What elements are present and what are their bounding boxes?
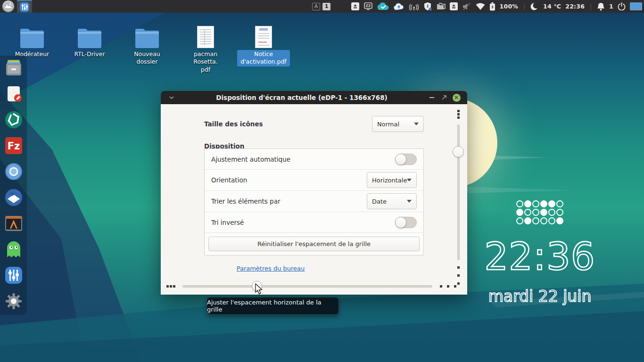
svg-text:Fz: Fz xyxy=(7,140,20,152)
clock-dot xyxy=(532,217,539,224)
dock-chromium[interactable] xyxy=(5,163,23,181)
v-spacing-small-icon xyxy=(457,113,460,115)
pdf-file-icon xyxy=(197,24,214,48)
workspace-indicator[interactable]: 1 xyxy=(322,3,330,10)
close-button[interactable]: ✕ xyxy=(450,94,462,102)
distro-logo-icon xyxy=(3,1,13,11)
reset-grid-spacing-button[interactable]: Réinitialiser l'espacement de la grille xyxy=(208,237,420,251)
eject-drive-icon[interactable] xyxy=(450,2,458,10)
wifi-icon[interactable] xyxy=(476,3,485,10)
h-spacing-small-icon xyxy=(166,285,169,288)
dock-screenshot-tool[interactable] xyxy=(5,111,23,129)
ghost-icon xyxy=(5,240,22,258)
clock-dot xyxy=(548,200,555,207)
desktop-icon-pacman-rosetta-pdf[interactable]: pacman Rosetta.pdf xyxy=(178,24,233,74)
v-spacing-large-icon xyxy=(457,282,460,285)
desktop-icon-moderateur[interactable]: Modérateur xyxy=(5,24,59,58)
display-layout-dialog: Disposition d'écran actuelle (eDP-1 - 13… xyxy=(161,91,467,295)
audio-muted-icon[interactable] xyxy=(462,3,471,10)
power-icon[interactable] xyxy=(618,2,626,10)
show-desktop-button[interactable] xyxy=(630,2,642,10)
dock-settings[interactable] xyxy=(5,292,23,310)
chevron-down-icon xyxy=(407,179,412,181)
security-shield-icon[interactable]: i xyxy=(424,2,432,11)
dock-archive-manager[interactable] xyxy=(5,59,23,77)
mouse-cursor xyxy=(255,283,264,295)
clock-dot xyxy=(540,209,547,216)
desktop-settings-link[interactable]: Paramètres du bureau xyxy=(237,265,305,272)
cloud-sync-done-icon[interactable] xyxy=(377,2,389,11)
widget-time: 22:36 xyxy=(476,235,603,279)
desktop-icon-nouveau-dossier[interactable]: Nouveau dossier xyxy=(120,24,174,66)
horizontal-grid-spacing-slider[interactable] xyxy=(182,285,432,288)
clock-dot xyxy=(548,217,555,224)
chevron-down-icon xyxy=(169,96,174,99)
clock-dot xyxy=(540,217,547,224)
chevron-down-icon xyxy=(407,200,412,203)
notification-bell-icon[interactable] xyxy=(597,2,605,11)
screensaver-inhibit-icon[interactable]: ZZ xyxy=(363,2,373,11)
folder-icon xyxy=(77,24,102,48)
dock-thunderbird[interactable] xyxy=(5,189,23,206)
dock-audio-mixer[interactable] xyxy=(5,266,23,284)
notification-count: 1 xyxy=(609,3,613,10)
auto-arrange-toggle[interactable] xyxy=(395,154,417,165)
archive-manager-icon xyxy=(5,59,23,77)
clock-dot xyxy=(516,217,523,224)
display-settings-icon xyxy=(19,2,30,12)
svg-text:i: i xyxy=(427,4,429,8)
orientation-row: Orientation Horizontale xyxy=(205,169,423,190)
safely-remove-icon[interactable] xyxy=(351,2,359,10)
shutter-icon xyxy=(5,111,23,129)
sort-by-select[interactable]: Date xyxy=(367,193,417,209)
taskbar-active-window-button[interactable] xyxy=(17,0,32,13)
maximize-button[interactable] xyxy=(438,95,450,100)
icon-size-select[interactable]: Normal xyxy=(372,116,424,132)
mixer-sliders-icon xyxy=(5,266,23,284)
v-spacing-large-icon xyxy=(457,266,460,269)
minimize-button[interactable] xyxy=(426,97,438,98)
clipboard-manager-icon[interactable] xyxy=(436,3,446,10)
cloud-upload-icon[interactable] xyxy=(394,3,404,10)
keyboard-layout-indicator[interactable]: A xyxy=(312,3,320,10)
folder-icon xyxy=(134,24,160,48)
dock-terminal-arch[interactable] xyxy=(5,214,23,232)
h-spacing-small-icon xyxy=(173,285,175,288)
applications-menu-button[interactable] xyxy=(2,0,14,12)
dock-filezilla[interactable]: Fz xyxy=(5,137,23,155)
clock-dot xyxy=(556,200,563,207)
clock-dot xyxy=(540,200,547,207)
battery-charging-icon[interactable] xyxy=(489,2,495,11)
window-menu-button[interactable] xyxy=(165,96,178,99)
panel-clock[interactable]: 22:36 xyxy=(565,3,585,10)
dock-text-editor[interactable] xyxy=(5,85,23,103)
svg-text:ZZ: ZZ xyxy=(365,4,371,8)
desktop-icon-rtl-driver[interactable]: RTL-Driver xyxy=(62,24,117,58)
vertical-slider-handle[interactable] xyxy=(453,146,464,157)
dialog-titlebar[interactable]: Disposition d'écran actuelle (eDP-1 - 13… xyxy=(161,91,467,104)
folder-icon xyxy=(19,24,45,48)
reverse-sort-toggle[interactable] xyxy=(395,217,417,228)
text-editor-icon xyxy=(5,85,23,103)
clock-widget: 22:36 mardi 22 juin xyxy=(476,200,603,305)
desktop-icon-notice-activation-pdf[interactable]: Noticed'activation.pdf xyxy=(236,24,291,66)
vertical-grid-spacing-slider[interactable] xyxy=(457,124,460,260)
clock-dot xyxy=(524,209,531,216)
v-spacing-small-icon xyxy=(457,116,460,119)
dialog-body: Taille des icônes Normal Disposition Aju… xyxy=(161,104,467,295)
binary-clock xyxy=(476,200,603,224)
network-signal-icon[interactable] xyxy=(408,3,420,10)
dock-ghost-app[interactable] xyxy=(5,240,23,258)
h-spacing-large-icon xyxy=(447,285,449,288)
orientation-select[interactable]: Horizontale xyxy=(367,172,417,188)
weather-moon-icon[interactable] xyxy=(530,2,539,11)
thunderbird-icon xyxy=(5,189,23,206)
sort-by-row: Trier les éléments par Date xyxy=(205,190,423,212)
restore-icon xyxy=(442,95,446,100)
clock-dot xyxy=(556,217,563,224)
h-spacing-small-icon xyxy=(170,285,172,288)
filezilla-icon: Fz xyxy=(5,137,23,155)
pdf-file-icon xyxy=(255,24,272,48)
clock-dot xyxy=(524,217,531,224)
panel-separator: | xyxy=(589,3,593,10)
